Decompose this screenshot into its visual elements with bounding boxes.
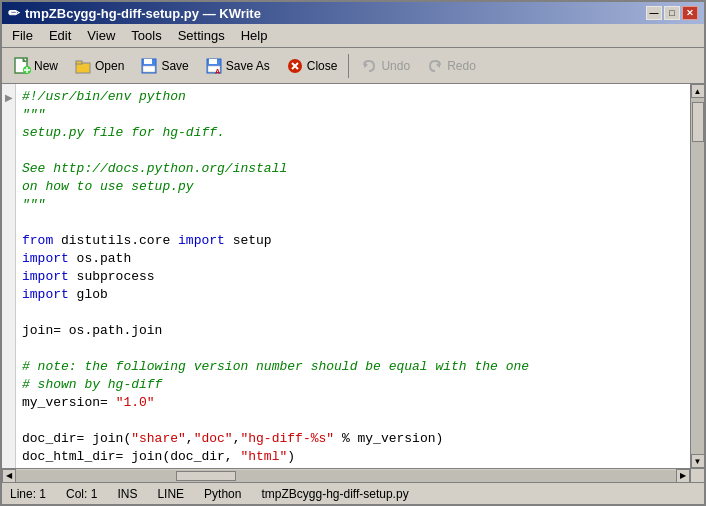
editor-container: ▶ #!/usr/bin/env python """ setup.py fil… <box>2 84 704 468</box>
open-button[interactable]: Open <box>67 52 131 80</box>
minimize-button[interactable]: — <box>646 6 662 20</box>
save-button[interactable]: Save <box>133 52 195 80</box>
close-label: Close <box>307 59 338 73</box>
toolbar: New Open Save <box>2 48 704 84</box>
scroll-right-arrow[interactable]: ▶ <box>676 469 690 483</box>
status-lang: Python <box>204 487 241 501</box>
status-ins: INS <box>117 487 137 501</box>
svg-marker-19 <box>364 62 368 68</box>
saveas-icon: A <box>205 57 223 75</box>
vertical-scrollbar[interactable]: ▲ ▼ <box>690 84 704 468</box>
new-label: New <box>34 59 58 73</box>
svg-rect-13 <box>209 59 217 64</box>
status-line: Line: 1 <box>10 487 46 501</box>
menu-edit[interactable]: Edit <box>41 26 79 45</box>
svg-rect-8 <box>76 61 82 64</box>
redo-icon <box>426 57 444 75</box>
statusbar: Line: 1 Col: 1 INS LINE Python tmpZBcygg… <box>2 482 704 504</box>
redo-button[interactable]: Redo <box>419 52 483 80</box>
svg-rect-11 <box>143 66 155 72</box>
menu-settings[interactable]: Settings <box>170 26 233 45</box>
new-icon <box>13 57 31 75</box>
undo-label: Undo <box>381 59 410 73</box>
line-gutter: ▶ <box>2 84 16 468</box>
menu-view[interactable]: View <box>79 26 123 45</box>
titlebar-controls: — □ ✕ <box>646 6 698 20</box>
undo-icon <box>360 57 378 75</box>
status-col: Col: 1 <box>66 487 97 501</box>
maximize-button[interactable]: □ <box>664 6 680 20</box>
save-icon <box>140 57 158 75</box>
hscroll-track[interactable] <box>16 470 676 482</box>
save-label: Save <box>161 59 188 73</box>
window-close-button[interactable]: ✕ <box>682 6 698 20</box>
svg-rect-10 <box>144 59 152 64</box>
status-filename: tmpZBcygg-hg-diff-setup.py <box>261 487 408 501</box>
horizontal-scrollbar[interactable]: ◀ ▶ <box>2 469 690 482</box>
menu-help[interactable]: Help <box>233 26 276 45</box>
close-file-button[interactable]: Close <box>279 52 345 80</box>
menubar: File Edit View Tools Settings Help <box>2 24 704 48</box>
scroll-up-arrow[interactable]: ▲ <box>691 84 705 98</box>
scroll-thumb[interactable] <box>692 102 704 142</box>
saveas-button[interactable]: A Save As <box>198 52 277 80</box>
svg-marker-20 <box>436 62 440 68</box>
open-icon <box>74 57 92 75</box>
scroll-track[interactable] <box>691 98 704 454</box>
main-window: ✏ tmpZBcygg-hg-diff-setup.py — KWrite — … <box>0 0 706 506</box>
hscroll-thumb[interactable] <box>176 471 236 481</box>
code-editor[interactable]: #!/usr/bin/env python """ setup.py file … <box>16 84 690 468</box>
gutter-arrow: ▶ <box>5 88 13 106</box>
toolbar-separator <box>348 54 349 78</box>
scroll-down-arrow[interactable]: ▼ <box>691 454 705 468</box>
menu-file[interactable]: File <box>4 26 41 45</box>
undo-button[interactable]: Undo <box>353 52 417 80</box>
titlebar-left: ✏ tmpZBcygg-hg-diff-setup.py — KWrite <box>8 5 261 21</box>
status-line-mode: LINE <box>157 487 184 501</box>
scrollbar-corner <box>690 469 704 482</box>
window-title: tmpZBcygg-hg-diff-setup.py — KWrite <box>25 6 261 21</box>
redo-label: Redo <box>447 59 476 73</box>
saveas-label: Save As <box>226 59 270 73</box>
svg-text:A: A <box>215 68 220 75</box>
scroll-left-arrow[interactable]: ◀ <box>2 469 16 483</box>
titlebar: ✏ tmpZBcygg-hg-diff-setup.py — KWrite — … <box>2 2 704 24</box>
app-icon: ✏ <box>8 5 20 21</box>
horizontal-scrollbar-area: ◀ ▶ <box>2 468 704 482</box>
menu-tools[interactable]: Tools <box>123 26 169 45</box>
new-button[interactable]: New <box>6 52 65 80</box>
open-label: Open <box>95 59 124 73</box>
close-file-icon <box>286 57 304 75</box>
